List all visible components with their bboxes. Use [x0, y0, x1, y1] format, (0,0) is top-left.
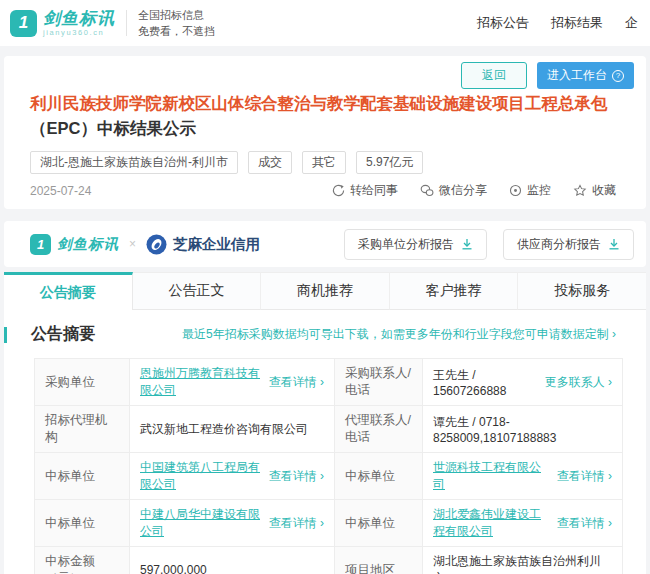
- row-label: 代理联系人/电话: [335, 406, 423, 453]
- notice-title-highlight: 利川民族技师学院新校区山体综合整治与教学配套基础设施建设项目工程总承包: [30, 94, 608, 112]
- wechat-icon: [420, 184, 434, 197]
- purchaser-contact: 王先生 / 15607266888: [433, 367, 541, 398]
- view-detail-link[interactable]: 查看详情 ›: [269, 468, 324, 485]
- row-label: 采购联系人/电话: [335, 359, 423, 406]
- slogan: 全国招标信息 免费看，不遮挡: [138, 7, 215, 40]
- publish-date: 2025-07-24: [30, 184, 91, 198]
- partner-bar: 1 剑鱼标讯 × 芝麻企业信用 采购单位分析报告 供应商分析报告: [4, 221, 646, 267]
- project-region: 湖北恩施土家族苗族自治州利川市: [433, 554, 601, 574]
- tag-type: 其它: [302, 151, 346, 174]
- tab-bidding-service[interactable]: 投标服务: [518, 272, 646, 310]
- winning-amount: 597,000,000: [140, 563, 207, 574]
- tag-region: 湖北-恩施土家族苗族自治州-利川市: [30, 151, 238, 174]
- jianyu-logo-text-small: 剑鱼标讯: [57, 237, 119, 252]
- jianyu-logo-small: 1 剑鱼标讯: [30, 234, 119, 255]
- tag-status: 成交: [248, 151, 292, 174]
- download-icon: [608, 238, 620, 250]
- tag-amount: 5.97亿元: [356, 151, 423, 174]
- jianyu-logo[interactable]: 1 剑鱼标讯 jianyu360.cn: [10, 10, 115, 37]
- jianyu-logo-icon: 1: [10, 10, 37, 37]
- zhima-credit-logo: 芝麻企业信用: [146, 234, 260, 255]
- tab-announcement-body[interactable]: 公告正文: [133, 272, 262, 310]
- row-label: 中标单位: [35, 453, 130, 500]
- forward-colleague-button[interactable]: 转给同事: [332, 182, 398, 199]
- nav-enterprise-cut[interactable]: 企: [625, 14, 638, 32]
- purchaser-company-link[interactable]: 恩施州万腾教育科技有限公司: [140, 365, 265, 399]
- table-row: 中标金额（元） 597,000,000 项目地区 湖北恩施土家族苗族自治州利川市: [35, 547, 623, 574]
- zhima-text: 芝麻企业信用: [173, 235, 260, 254]
- tab-customer-recommend[interactable]: 客户推荐: [390, 272, 519, 310]
- enter-workspace-button[interactable]: 进入工作台 ?: [537, 62, 634, 89]
- view-detail-link[interactable]: 查看详情 ›: [269, 515, 324, 532]
- row-label: 采购单位: [35, 359, 130, 406]
- winner-company-link[interactable]: 世源科技工程有限公司: [433, 459, 553, 493]
- row-label: 中标单位: [35, 500, 130, 547]
- row-label: 中标单位: [335, 453, 423, 500]
- back-button[interactable]: 返回: [461, 62, 527, 89]
- slogan-line2: 免费看，不遮挡: [138, 23, 215, 40]
- monitor-button[interactable]: 监控: [509, 182, 551, 199]
- tab-bar: 公告摘要 公告正文 商机推荐 客户推荐 投标服务: [4, 272, 646, 310]
- tab-business-recommend[interactable]: 商机推荐: [261, 272, 390, 310]
- nav-bid-result[interactable]: 招标结果: [551, 14, 603, 32]
- view-detail-link[interactable]: 查看详情 ›: [557, 468, 612, 485]
- purchaser-analysis-report-button[interactable]: 采购单位分析报告: [344, 229, 487, 260]
- section-title: 公告摘要: [31, 324, 95, 345]
- tab-announcement-summary[interactable]: 公告摘要: [4, 272, 133, 310]
- jianyu-logo-text: 剑鱼标讯: [43, 10, 115, 27]
- info-icon: ?: [612, 70, 624, 82]
- view-detail-link[interactable]: 查看详情 ›: [269, 374, 324, 391]
- row-label: 中标金额（元）: [35, 547, 130, 574]
- notice-card: 返回 进入工作台 ? 利川民族技师学院新校区山体综合整治与教学配套基础设施建设项…: [4, 56, 646, 209]
- jianyu-logo-domain: jianyu360.cn: [43, 29, 115, 37]
- table-row: 采购单位 恩施州万腾教育科技有限公司 查看详情 › 采购联系人/电话 王先生 /…: [35, 359, 623, 406]
- nav-bid-announcement[interactable]: 招标公告: [477, 14, 529, 32]
- row-label: 招标代理机构: [35, 406, 130, 453]
- table-row: 中标单位 中建八局华中建设有限公司 查看详情 › 中标单位 湖北爱鑫伟业建设工程…: [35, 500, 623, 547]
- download-icon: [461, 238, 473, 250]
- slogan-line1: 全国招标信息: [138, 7, 215, 24]
- notice-tags: 湖北-恩施土家族苗族自治州-利川市 成交 其它 5.97亿元: [30, 151, 620, 174]
- partner-separator: ×: [129, 237, 136, 251]
- top-header: 1 剑鱼标讯 jianyu360.cn 全国招标信息 免费看，不遮挡 招标公告 …: [0, 0, 650, 46]
- table-row: 招标代理机构 武汉新地工程造价咨询有限公司 代理联系人/电话 谭先生 / 071…: [35, 406, 623, 453]
- more-contacts-link[interactable]: 更多联系人 ›: [545, 374, 612, 391]
- table-row: 中标单位 中国建筑第八工程局有限公司 查看详情 › 中标单位 世源科技工程有限公…: [35, 453, 623, 500]
- wechat-share-button[interactable]: 微信分享: [420, 182, 487, 199]
- winner-company-link[interactable]: 中建八局华中建设有限公司: [140, 506, 265, 540]
- zhima-icon: [146, 234, 167, 255]
- monitor-icon: [509, 184, 522, 197]
- jianyu-logo-icon-small: 1: [30, 234, 51, 255]
- winner-company-link[interactable]: 湖北爱鑫伟业建设工程有限公司: [433, 506, 553, 540]
- section-accent-bar: [4, 327, 7, 343]
- row-label: 项目地区: [335, 547, 423, 574]
- view-detail-link[interactable]: 查看详情 ›: [557, 515, 612, 532]
- row-label: 中标单位: [335, 500, 423, 547]
- doc-actions: 转给同事 微信分享 监控 收藏: [332, 182, 616, 199]
- summary-content: 公告摘要 最近5年招标采购数据均可导出下载，如需更多年份和行业字段您可申请数据定…: [4, 310, 646, 574]
- main-panel: 公告摘要 公告正文 商机推荐 客户推荐 投标服务 公告摘要 最近5年招标采购数据…: [4, 272, 646, 574]
- summary-table: 采购单位 恩施州万腾教育科技有限公司 查看详情 › 采购联系人/电话 王先生 /…: [34, 358, 623, 574]
- agency-contact: 谭先生 / 0718-8258009,18107188883: [433, 415, 556, 445]
- favorite-button[interactable]: 收藏: [573, 182, 616, 199]
- supplier-analysis-report-button[interactable]: 供应商分析报告: [503, 229, 634, 260]
- top-nav: 招标公告 招标结果 企: [477, 14, 638, 32]
- winner-company-link[interactable]: 中国建筑第八工程局有限公司: [140, 459, 265, 493]
- notice-title: 利川民族技师学院新校区山体综合整治与教学配套基础设施建设项目工程总承包（EPC）…: [30, 91, 620, 141]
- divider: [126, 10, 127, 36]
- agency-company: 武汉新地工程造价咨询有限公司: [140, 422, 308, 436]
- data-export-note-link[interactable]: 最近5年招标采购数据均可导出下载，如需更多年份和行业字段您可申请数据定制 ›: [182, 326, 616, 343]
- notice-title-rest: （EPC）中标结果公示: [30, 119, 196, 137]
- forward-icon: [332, 184, 345, 197]
- star-icon: [573, 184, 587, 197]
